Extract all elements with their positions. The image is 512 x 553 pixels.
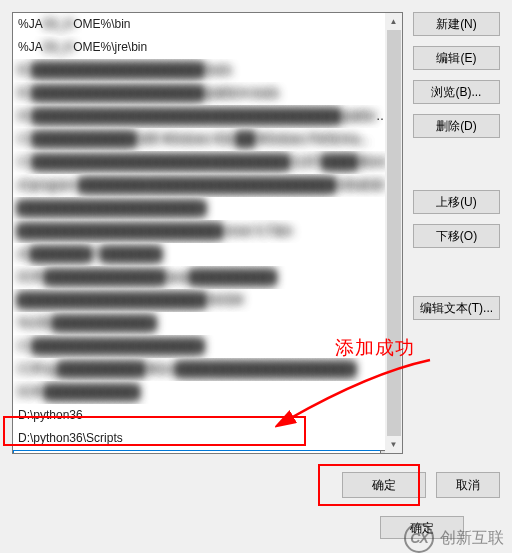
scroll-up-arrow-icon[interactable]: ▲ [385,13,402,30]
browse-button[interactable]: 浏览(B)... [413,80,500,104]
list-item[interactable]: C:\Prog██████████\Micro█████████████████… [13,358,402,381]
listbox-inner: %JAVA_HOME%\bin %JAVA_HOME%\jre\bin E:\█… [13,13,402,454]
spacer [413,148,500,180]
path-edit-input[interactable] [13,450,381,454]
cancel-button[interactable]: 取消 [436,472,500,498]
scroll-thumb[interactable] [387,30,401,436]
list-item[interactable]: D:\Pr███████████ [13,381,402,404]
list-item[interactable]: %USE████████████ [13,312,402,335]
move-down-button[interactable]: 下移(O) [413,224,500,248]
list-item[interactable]: C:\████████████\x86 Windows Kits\██\Wind… [13,128,402,151]
list-item[interactable]: E:\████████████████████\platform-tools [13,82,402,105]
list-item[interactable]: D:\python36\Scripts [13,427,402,450]
dialog-bottom-buttons: 确定 取消 [342,472,500,498]
move-up-button[interactable]: 上移(U) [413,190,500,214]
list-item[interactable]: %JAVA_HOME%\bin [13,13,402,36]
list-item[interactable]: E:\████████████████████\tools [13,59,402,82]
parent-ok-button[interactable]: 确定 [380,516,464,539]
list-item[interactable]: %JAVA_HOME%\jre\bin [13,36,402,59]
path-listbox[interactable]: %JAVA_HOME%\bin %JAVA_HOME%\jre\bin E:\█… [12,12,403,454]
list-item[interactable]: ████████████████████████ erver 5.7\bin [13,220,402,243]
list-item[interactable]: D:\Pr██████████████\anal██████████ [13,266,402,289]
side-button-column: 新建(N) 编辑(E) 浏览(B)... 删除(D) 上移(U) 下移(O) 编… [413,12,500,320]
list-item[interactable]: C:\████████████████████ [13,335,402,358]
env-var-edit-dialog: %JAVA_HOME%\bin %JAVA_HOME%\jre\bin E:\█… [0,0,512,553]
delete-button[interactable]: 删除(D) [413,114,500,138]
list-item[interactable]: D:\python36 [13,404,402,427]
list-item-editing[interactable]: ... [13,450,402,454]
ok-button[interactable]: 确定 [342,472,426,498]
vertical-scrollbar[interactable]: ▲ ▼ [385,13,402,453]
new-button[interactable]: 新建(N) [413,12,500,36]
list-item[interactable]: D:\████████████████████████████████████\… [13,105,402,128]
list-item[interactable]: C:\██████████████████████████████\110\T█… [13,151,402,174]
list-item[interactable]: ██████████████████████ [13,197,402,220]
content-row: %JAVA_HOME%\bin %JAVA_HOME%\jre\bin E:\█… [12,12,500,454]
edit-button[interactable]: 编辑(E) [413,46,500,70]
scroll-down-arrow-icon[interactable]: ▼ [385,436,402,453]
list-item[interactable]: d:\███████ F███████ [13,243,402,266]
edit-text-button[interactable]: 编辑文本(T)... [413,296,500,320]
list-item[interactable]: d:\program █████████████████████████████… [13,174,402,197]
spacer [413,258,500,286]
list-item[interactable]: ██████████████████████\NASM [13,289,402,312]
